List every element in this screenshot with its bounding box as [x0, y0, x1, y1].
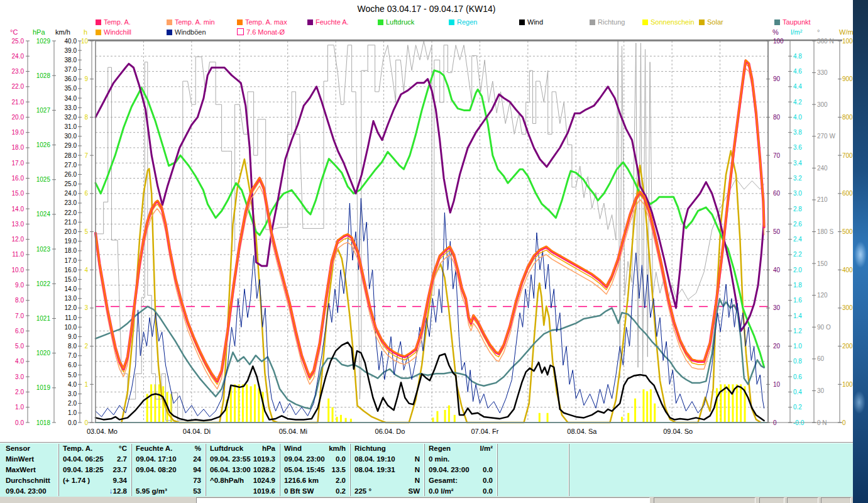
svg-text:12.0: 12.0 [65, 304, 77, 311]
svg-text:37.0: 37.0 [65, 66, 77, 73]
temp-a-min-swatch-icon [167, 19, 172, 25]
svg-text:1027: 1027 [36, 107, 51, 114]
svg-text:km/h: km/h [55, 28, 70, 36]
svg-text:23.0: 23.0 [65, 199, 77, 206]
table-column-empty [497, 444, 568, 496]
taupunkt-swatch-icon [774, 19, 780, 25]
sonnenschein-swatch-icon [642, 19, 648, 25]
statusbar-segment [821, 497, 851, 503]
svg-text:7.0: 7.0 [15, 312, 24, 319]
windboeen-swatch-icon [167, 30, 172, 35]
svg-text:20.0: 20.0 [65, 228, 77, 235]
svg-text:°C: °C [10, 28, 18, 36]
svg-text:330: 330 [817, 69, 828, 76]
svg-text:3.0: 3.0 [68, 390, 77, 397]
series-windchill [96, 64, 764, 384]
svg-text:2.0: 2.0 [68, 400, 77, 407]
svg-text:29.0: 29.0 [65, 142, 77, 149]
svg-text:38.0: 38.0 [65, 57, 77, 64]
svg-text:13.0: 13.0 [12, 221, 25, 228]
app-window: Woche 03.04.17 - 09.04.17 (KW14) Temp. A… [0, 0, 853, 503]
svg-text:17.0: 17.0 [12, 160, 25, 167]
svg-text:35.0: 35.0 [65, 85, 77, 92]
svg-text:21.0: 21.0 [12, 99, 25, 106]
table-cell: 09.04. 08:2094 [132, 465, 205, 476]
table-cell [569, 487, 846, 497]
svg-text:1000: 1000 [842, 38, 853, 45]
svg-text:5.0: 5.0 [15, 343, 24, 350]
table-cell: (+ 1.74 )9.34 [59, 476, 131, 487]
svg-text:W/m²: W/m² [839, 28, 853, 36]
svg-text:180 S: 180 S [817, 228, 833, 235]
svg-text:240: 240 [817, 165, 828, 172]
svg-text:900: 900 [842, 75, 853, 82]
feuchte-a-swatch-icon [307, 19, 313, 25]
svg-text:-0.0: -0.0 [793, 419, 805, 426]
svg-text:0: 0 [84, 419, 88, 426]
legend-item-temp-a: Temp. A. [96, 18, 131, 26]
wind-swatch-icon [519, 19, 525, 25]
svg-text:04.04. Di: 04.04. Di [183, 428, 211, 435]
svg-text:1024: 1024 [36, 211, 51, 218]
legend-item-temp-a-max: Temp. A. max [237, 18, 287, 26]
svg-text:15.0: 15.0 [65, 276, 77, 283]
svg-text:22.0: 22.0 [12, 83, 25, 90]
series-taupunkt [96, 299, 764, 409]
svg-text:80: 80 [773, 114, 781, 121]
svg-text:9.0: 9.0 [68, 333, 77, 340]
svg-text:h: h [84, 28, 87, 36]
svg-text:08.04. Sa: 08.04. Sa [567, 428, 597, 435]
table-cell: 09.04. 17:1024 [132, 455, 205, 465]
svg-text:1028: 1028 [36, 72, 51, 79]
svg-text:10.0: 10.0 [12, 267, 25, 274]
svg-text:100: 100 [842, 381, 853, 388]
svg-text:2: 2 [84, 343, 88, 350]
svg-text:09.04. So: 09.04. So [663, 428, 693, 435]
svg-text:8: 8 [84, 114, 88, 121]
svg-text:10: 10 [81, 38, 89, 45]
svg-text:3.0: 3.0 [15, 373, 24, 380]
svg-text:0.0: 0.0 [68, 419, 77, 426]
table-column-richtung: Richtung08.04. 19:10N08.04. 19:31NN225 °… [350, 444, 424, 496]
desktop-background [853, 0, 868, 503]
svg-text:06.04. Do: 06.04. Do [375, 428, 405, 435]
svg-text:2.0: 2.0 [15, 389, 24, 395]
svg-text:25.0: 25.0 [65, 180, 77, 187]
table-cell: 0 min. [425, 455, 497, 465]
svg-text:60: 60 [817, 355, 825, 362]
svg-text:1.0: 1.0 [68, 409, 77, 416]
svg-text:3.2: 3.2 [793, 175, 802, 182]
svg-text:19.0: 19.0 [12, 129, 25, 136]
svg-text:3.8: 3.8 [793, 129, 802, 136]
column-header: Regenl/m² [425, 444, 497, 455]
svg-text:1026: 1026 [36, 141, 51, 148]
table-cell: 09.04. 23:000.0 [280, 455, 349, 465]
svg-text:1.8: 1.8 [793, 282, 802, 289]
svg-text:33.0: 33.0 [65, 104, 77, 111]
monat-swatch-icon [237, 28, 244, 35]
svg-text:90: 90 [773, 75, 781, 82]
svg-text:15.0: 15.0 [12, 190, 25, 197]
legend-item-feuchte-a: Feuchte A. [307, 18, 349, 26]
table-cell: 0 Bft SW0.2 [280, 487, 349, 497]
table-cell: 09.04. 18:2523.7 [59, 465, 131, 476]
legend-item-luftdruck: Luftdruck [378, 18, 414, 26]
column-header: LuftdruckhPa [206, 444, 279, 455]
svg-text:11.0: 11.0 [12, 251, 24, 258]
svg-text:70: 70 [773, 152, 781, 159]
column-header [498, 444, 568, 455]
table-cell [569, 455, 846, 465]
svg-text:2.6: 2.6 [793, 221, 802, 228]
table-column-empty [569, 444, 846, 496]
svg-text:10: 10 [773, 381, 781, 388]
svg-text:8.0: 8.0 [15, 297, 24, 304]
regen-swatch-icon [449, 19, 454, 25]
svg-text:2.4: 2.4 [793, 236, 802, 243]
svg-text:03.04. Mo: 03.04. Mo [87, 428, 118, 435]
legend-item-windchill: Windchill [96, 28, 131, 36]
statusbar-segment [759, 497, 784, 503]
luftdruck-swatch-icon [378, 19, 383, 25]
svg-text:1.0: 1.0 [15, 404, 24, 411]
table-cell: 08.04. 19:10N [351, 455, 424, 465]
table-column-feuchte-a-: Feuchte A.%09.04. 17:102409.04. 08:20947… [131, 444, 205, 496]
